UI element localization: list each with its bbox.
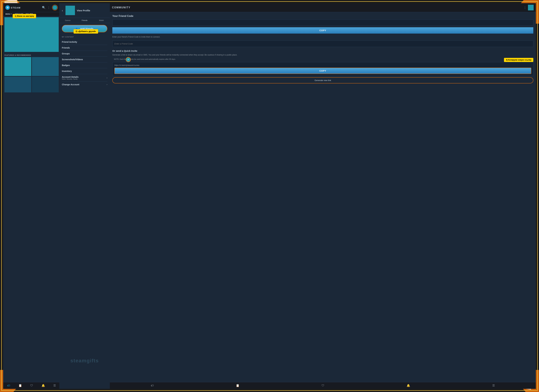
profile-avatar bbox=[66, 6, 75, 15]
avatar-button[interactable] bbox=[52, 5, 58, 10]
my-content-section: MY CONTENT Friend Activity Friends Group… bbox=[59, 34, 110, 88]
hero-image bbox=[5, 17, 59, 52]
bottom-nav-menu[interactable]: ☰ bbox=[53, 384, 56, 387]
community-header-right: ⋮ bbox=[524, 5, 534, 10]
menu-item-account[interactable]: Account Details Store, Security, Family … bbox=[62, 74, 107, 82]
featured-card-1 bbox=[5, 57, 31, 76]
steam-logo-text: STEAM bbox=[11, 6, 21, 9]
copy-friend-code-button[interactable]: COPY bbox=[112, 27, 533, 33]
invite-link-container: https://s.team/p/ваша/ссылка COPY Genera… bbox=[112, 62, 533, 85]
steam-logo-icon: ⚙ bbox=[5, 5, 10, 10]
profile-tabs: Games Friends Wallet bbox=[59, 18, 110, 23]
annotation-2: 2) «Добавить друзей» bbox=[73, 29, 98, 33]
steam-logo: ⚙ STEAM bbox=[5, 5, 21, 10]
community-panel: COMMUNITY ⋮ Your Friend Code COPY Enter … bbox=[110, 3, 536, 389]
enter-friend-code-input[interactable] bbox=[112, 41, 533, 47]
featured-card-4 bbox=[32, 77, 59, 92]
friend-code-desc: Enter your friend's Friend Code to invit… bbox=[112, 35, 533, 38]
featured-card-3 bbox=[5, 77, 31, 92]
community-nav-menu[interactable]: ☰ bbox=[492, 384, 495, 387]
community-title: COMMUNITY bbox=[112, 6, 130, 9]
menu-chevron: ▼ bbox=[11, 13, 12, 15]
profile-section: ‹ View Profile bbox=[59, 3, 110, 18]
featured-card-2 bbox=[32, 57, 59, 76]
generate-link-container: Generate new link 3) Создаем новую ссылк… bbox=[112, 77, 533, 85]
change-account-arrow: › bbox=[107, 83, 107, 86]
bottom-nav-bell[interactable]: 🔔 bbox=[42, 384, 45, 387]
menu-item-change-account[interactable]: Change Account › bbox=[62, 82, 107, 87]
annotation-1: 1) Жмем на аватарку bbox=[13, 14, 36, 18]
steam-panel: ⚙ STEAM 🔍 ⋮ MENU ▼ WISHLIST WALLET bbox=[3, 3, 60, 389]
featured-grid-2 bbox=[3, 77, 60, 92]
invite-link-section: https://s.team/p/ваша/ссылка COPY bbox=[112, 62, 533, 76]
copy-invite-link-button[interactable]: COPY bbox=[114, 68, 531, 74]
steam-bottom-nav: 🏷 📋 🛡 🔔 ☰ bbox=[3, 382, 60, 389]
annotation-4: 4) Копируем новую ссылку bbox=[504, 58, 533, 62]
more-options-icon[interactable]: ⋮ bbox=[47, 6, 50, 9]
account-arrow: › bbox=[107, 77, 107, 79]
community-nav-shield[interactable]: 🛡 bbox=[322, 384, 324, 387]
bottom-nav-shield[interactable]: 🛡 bbox=[30, 384, 33, 387]
menu-item-badges[interactable]: Badges bbox=[62, 62, 107, 68]
steam-content: FEATURED & RECOMMENDED bbox=[3, 16, 60, 382]
avatar-ring bbox=[52, 5, 58, 10]
main-container: ⚙ STEAM 🔍 ⋮ MENU ▼ WISHLIST WALLET bbox=[0, 0, 539, 392]
community-more-icon[interactable]: ⋮ bbox=[524, 6, 526, 9]
note-text: NOTE: Each link can only be used once an… bbox=[112, 58, 533, 61]
community-bottom-nav: 🏷 📋 🛡 🔔 ☰ bbox=[110, 382, 536, 389]
my-content-label: MY CONTENT bbox=[62, 36, 107, 38]
friend-code-title: Your Friend Code bbox=[112, 15, 533, 18]
friend-code-display bbox=[112, 19, 533, 26]
community-nav-list[interactable]: 📋 bbox=[236, 384, 239, 387]
note-area: ✓ NOTE: Each link can only be used once … bbox=[112, 58, 533, 61]
menu-item-screenshots[interactable]: Screenshots/Videos bbox=[62, 57, 107, 62]
checkmark-icon: ✓ bbox=[126, 57, 131, 62]
view-profile-button[interactable]: View Profile bbox=[77, 9, 90, 12]
menu-item-groups[interactable]: Groups bbox=[62, 51, 107, 57]
menu-items-list: Friend Activity Friends Groups Screensho… bbox=[62, 39, 107, 87]
quick-invite-desc: Generate a link to share via email or SM… bbox=[112, 53, 533, 56]
bottom-nav-store[interactable]: 🏷 bbox=[7, 384, 10, 387]
tab-games[interactable]: Games bbox=[59, 18, 76, 23]
featured-grid bbox=[3, 57, 60, 76]
menu-item-friends[interactable]: Friends bbox=[62, 45, 107, 51]
tab-wallet[interactable]: Wallet bbox=[93, 18, 110, 23]
nav-menu[interactable]: MENU ▼ bbox=[5, 13, 12, 15]
featured-label: FEATURED & RECOMMENDED bbox=[3, 53, 60, 57]
generate-new-link-button[interactable]: Generate new link bbox=[112, 77, 533, 83]
menu-item-inventory[interactable]: Inventory bbox=[62, 68, 107, 74]
tab-friends[interactable]: Friends bbox=[76, 18, 93, 23]
steam-header: ⚙ STEAM 🔍 ⋮ bbox=[3, 3, 60, 12]
watermark: steamgifts bbox=[70, 358, 99, 364]
community-avatar bbox=[528, 5, 534, 10]
dropdown-panel: ‹ View Profile 2) «Добавить друзей» Game… bbox=[59, 3, 110, 389]
invite-link-url: https://s.team/p/ваша/ссылка bbox=[114, 64, 531, 66]
bottom-nav-library[interactable]: 📋 bbox=[19, 384, 22, 387]
search-icon[interactable]: 🔍 bbox=[42, 6, 45, 9]
community-nav-tag[interactable]: 🏷 bbox=[151, 384, 154, 387]
community-content: Your Friend Code COPY Enter your friend'… bbox=[110, 12, 536, 382]
community-header: COMMUNITY ⋮ bbox=[110, 3, 536, 12]
quick-invite-title: Or send a Quick Invite bbox=[112, 50, 533, 52]
back-arrow[interactable]: ‹ bbox=[62, 9, 63, 12]
avatar-inner bbox=[53, 5, 57, 10]
menu-item-friend-activity[interactable]: Friend Activity bbox=[62, 39, 107, 45]
community-nav-bell[interactable]: 🔔 bbox=[407, 384, 410, 387]
steam-header-icons: 🔍 ⋮ bbox=[42, 5, 58, 10]
